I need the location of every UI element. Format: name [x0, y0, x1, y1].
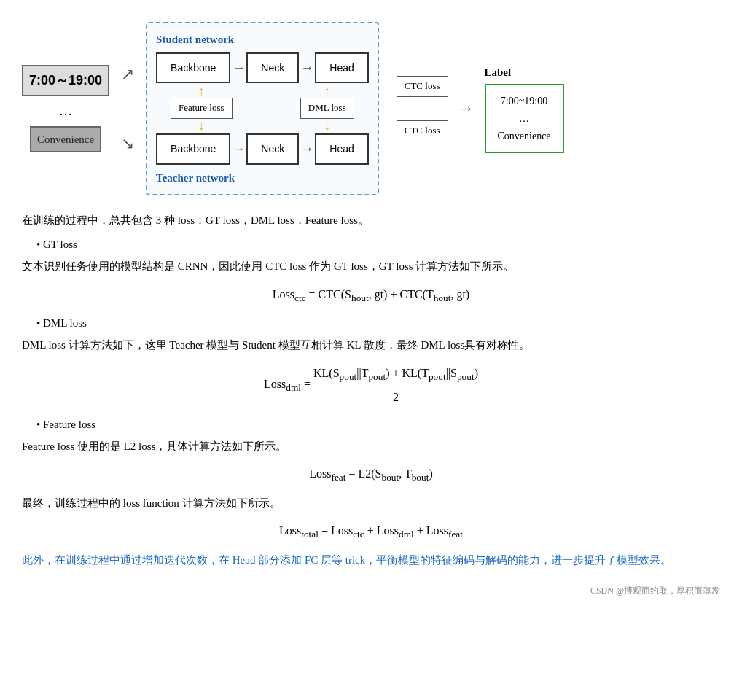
teacher-ctc-loss: CTC loss [397, 120, 448, 141]
bullet2: • DML loss [36, 314, 720, 332]
dml-loss-down-arrow: ↓ [324, 119, 330, 132]
formula-feat: Lossfeat = L2(Sbout, Tbout) [22, 464, 720, 486]
sample-dots: … [59, 101, 72, 122]
arrow-to-teacher: ↘ [121, 131, 134, 156]
formula-ctc: Lossctc = CTC(Shout, gt) + CTC(Thout, gt… [22, 285, 720, 306]
feature-loss-box: Feature loss [171, 98, 232, 119]
teacher-backbone: Backbone [156, 133, 230, 164]
arrow-1: → [230, 58, 246, 79]
sample-conv-image: Convenience [30, 126, 101, 152]
student-ctc-loss: CTC loss [397, 76, 448, 97]
arrow-to-label: → [458, 96, 475, 121]
right-column: CTC loss CTC loss [397, 76, 448, 141]
student-neck: Neck [246, 52, 299, 83]
label-box: 7:00~19:00…Convenience [485, 84, 564, 153]
content-section: 在训练的过程中，总共包含 3 种 loss：GT loss，DML loss，F… [22, 211, 720, 599]
network-diagram-box: Student network Backbone → Neck → Head ↑… [146, 22, 379, 195]
label-column: Label 7:00~19:00…Convenience [485, 63, 564, 153]
teacher-neck: Neck [246, 133, 299, 164]
formula-total: Losstotal = Lossctc + Lossdml + Lossfeat [22, 521, 720, 542]
teacher-head: Head [315, 133, 368, 164]
bullet3: • Feature loss [36, 416, 720, 433]
para3: DML loss 计算方法如下，这里 Teacher 模型与 Student 模… [22, 336, 720, 355]
student-backbone: Backbone [156, 52, 230, 83]
label-title: Label [485, 63, 512, 81]
footer: CSDN @博观而约取，厚积而薄发 [22, 584, 720, 598]
para2: 文本识别任务使用的模型结构是 CRNN，因此使用 CTC loss 作为 GT … [22, 257, 720, 276]
teacher-blocks-row: Backbone → Neck → Head [156, 133, 369, 164]
sample-time-image: 7:00～19:00 [22, 65, 109, 96]
sample-images: 7:00～19:00 … Convenience [22, 65, 109, 152]
arrow-4: → [299, 139, 315, 160]
ctc-group-teacher: CTC loss [397, 120, 448, 141]
formula-dml: Lossdml = KL(Spout||Tpout) + KL(Tpout||S… [22, 364, 720, 407]
para5: 最终，训练过程中的 loss function 计算方法如下所示。 [22, 494, 720, 513]
bullet1: • GT loss [36, 236, 720, 253]
student-head: Head [315, 52, 368, 83]
diagram-section: 7:00～19:00 … Convenience ↗ ↘ Student net… [22, 22, 720, 195]
diagonal-arrows: ↗ ↘ [121, 61, 134, 156]
student-blocks-row: Backbone → Neck → Head [156, 52, 369, 83]
para6: 此外，在训练过程中通过增加迭代次数，在 Head 部分添加 FC 层等 tric… [22, 551, 720, 570]
student-network-label: Student network [156, 31, 369, 48]
feature-loss-up-arrow: ↑ [198, 85, 205, 98]
arrow-3: → [230, 139, 246, 160]
para4: Feature loss 使用的是 L2 loss，具体计算方法如下所示。 [22, 438, 720, 456]
para1: 在训练的过程中，总共包含 3 种 loss：GT loss，DML loss，F… [22, 211, 720, 230]
dml-loss-box: DML loss [300, 98, 354, 119]
ctc-group-student: CTC loss [397, 76, 448, 97]
dml-loss-up-arrow: ↑ [324, 85, 330, 98]
arrow-to-student: ↗ [121, 61, 134, 87]
teacher-network-label: Teacher network [156, 169, 369, 187]
arrow-2: → [299, 58, 315, 79]
feature-loss-down-arrow: ↓ [198, 119, 205, 132]
loss-labels-row: ↑ Feature loss ↓ ↑ DML loss ↓ [156, 85, 369, 132]
